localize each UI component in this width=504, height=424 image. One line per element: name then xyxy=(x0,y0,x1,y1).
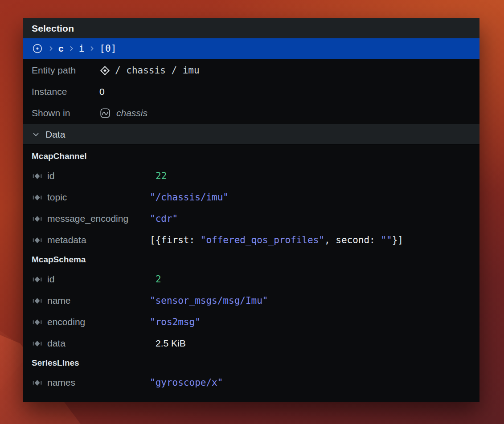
component-icon xyxy=(32,338,43,349)
component-row-schema-data: data 2.5 KiB xyxy=(23,333,479,354)
chevron-down-icon xyxy=(32,130,40,139)
group-label-mcapschema: McapSchema xyxy=(23,251,479,269)
component-label: data xyxy=(47,338,66,349)
component-value: 2 xyxy=(150,274,161,285)
shown-in-view-link[interactable]: chassis xyxy=(99,107,148,119)
selection-panel-header: Selection xyxy=(23,18,479,38)
component-label: names xyxy=(47,377,75,388)
component-row-schema-name: name "sensor_msgs/msg/Imu" xyxy=(23,290,479,311)
shown-in-label: Shown in xyxy=(32,108,99,118)
component-value: 22 xyxy=(150,171,167,181)
breadcrumb-item-chassis[interactable]: c xyxy=(58,43,64,54)
entity-path-label: Entity path xyxy=(32,65,99,76)
component-row-schema-id: id 2 xyxy=(23,269,479,290)
instance-row: Instance 0 xyxy=(23,81,479,102)
chevron-right-icon xyxy=(47,45,54,52)
component-value: "cdr" xyxy=(150,213,178,224)
component-value: "sensor_msgs/msg/Imu" xyxy=(150,295,268,306)
instance-label: Instance xyxy=(32,86,99,97)
recording-icon[interactable] xyxy=(32,43,43,54)
component-icon xyxy=(32,274,43,285)
shown-in-view-name: chassis xyxy=(116,108,148,118)
data-section-header[interactable]: Data xyxy=(23,124,479,145)
metadata-part: "" xyxy=(381,235,392,245)
entity-path-row: Entity path / chassis / imu xyxy=(23,60,479,81)
component-value: "ros2msg" xyxy=(150,317,201,327)
breadcrumb-item-instance[interactable]: [0] xyxy=(99,43,116,54)
breadcrumb-item-imu[interactable]: i xyxy=(79,43,85,54)
selection-panel: Selection c i [0] Entity path xyxy=(23,18,479,402)
component-row-metadata: metadata [{first: "offered_qos_profiles"… xyxy=(23,229,479,251)
group-label-mcapchannel: McapChannel xyxy=(23,147,479,165)
component-row-topic: topic "/chassis/imu" xyxy=(23,187,479,208)
component-label: topic xyxy=(47,192,67,203)
data-section-body: McapChannel id 22 xyxy=(23,145,479,393)
component-label: metadata xyxy=(47,235,86,245)
component-icon xyxy=(32,235,43,246)
selection-overview: Entity path / chassis / imu Instance 0 S… xyxy=(23,59,479,124)
component-value: "gyroscope/x" xyxy=(150,377,223,388)
component-icon xyxy=(32,317,43,328)
metadata-part: , second: xyxy=(324,235,381,245)
component-value: 2.5 KiB xyxy=(150,338,186,349)
component-icon xyxy=(32,295,43,306)
component-row-names: names "gyroscope/x" xyxy=(23,372,479,393)
chevron-right-icon xyxy=(68,45,75,52)
component-value: [{first: "offered_qos_profiles", second:… xyxy=(150,235,403,245)
entity-icon xyxy=(99,65,111,76)
component-label: name xyxy=(47,295,71,306)
component-icon xyxy=(32,192,43,203)
component-label: id xyxy=(47,274,54,285)
shown-in-row: Shown in chassis xyxy=(23,102,479,124)
panel-title: Selection xyxy=(32,23,74,34)
timeseries-view-icon xyxy=(99,107,111,119)
metadata-part: "offered_qos_profiles" xyxy=(201,235,324,245)
instance-value: 0 xyxy=(99,86,105,97)
metadata-part: [{first: xyxy=(150,235,201,245)
breadcrumb: c i [0] xyxy=(23,38,479,59)
chevron-right-icon xyxy=(88,45,95,52)
component-value: "/chassis/imu" xyxy=(150,192,229,203)
component-icon xyxy=(32,377,43,388)
data-section-title: Data xyxy=(45,129,65,140)
component-label: encoding xyxy=(47,317,85,327)
entity-path-value: / chassis / imu xyxy=(115,65,200,76)
component-label: id xyxy=(47,171,54,181)
component-icon xyxy=(32,171,43,182)
component-row-id: id 22 xyxy=(23,165,479,187)
group-label-serieslines: SeriesLines xyxy=(23,354,479,372)
component-label: message_encoding xyxy=(47,213,128,224)
component-row-message-encoding: message_encoding "cdr" xyxy=(23,208,479,229)
metadata-part: }] xyxy=(392,235,403,245)
component-row-schema-encoding: encoding "ros2msg" xyxy=(23,311,479,333)
component-icon xyxy=(32,213,43,224)
